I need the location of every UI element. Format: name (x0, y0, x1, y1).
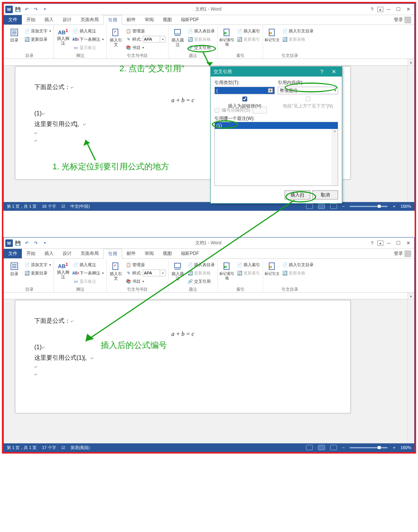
insert-caption-button[interactable]: 插入题注 (170, 260, 185, 281)
spellcheck-icon[interactable]: ☑ (61, 445, 65, 450)
toc-button[interactable]: 目录 (7, 26, 22, 42)
insert-button[interactable]: 插入(I) (285, 190, 310, 199)
insert-index-button[interactable]: 📄插入索引 (236, 261, 261, 268)
zoom-out-button[interactable]: − (342, 445, 345, 450)
insert-toa-button[interactable]: 📄插入引文目录 (281, 27, 315, 35)
view-read-icon[interactable] (306, 204, 313, 209)
zoom-level[interactable]: 160% (401, 204, 411, 209)
ribbon-collapse-icon[interactable]: ▲ (377, 241, 383, 246)
spellcheck-icon[interactable]: ☑ (61, 204, 65, 209)
tab-view[interactable]: 视图 (158, 15, 176, 25)
insert-toa-button[interactable]: 📄插入引文目录 (281, 261, 315, 268)
help-icon[interactable]: ? (367, 239, 377, 247)
insert-caption-button[interactable]: 插入题注 (170, 26, 185, 47)
minimize-button[interactable]: ─ (384, 5, 393, 14)
next-footnote-button[interactable]: AB1下一条脚注▾ (72, 35, 105, 43)
dialog-help-button[interactable]: ? (317, 69, 327, 75)
zoom-slider[interactable] (350, 206, 387, 207)
page-indicator[interactable]: 第 1 页，共 1 页 (7, 204, 37, 209)
close-button[interactable]: ✕ (404, 5, 413, 14)
bibliography-button[interactable]: 📚书目▾ (125, 44, 167, 51)
undo-button[interactable]: ↶ (23, 239, 31, 247)
hyperlink-checkbox[interactable] (242, 97, 247, 101)
mark-entry-button[interactable]: 标记索引项 (219, 260, 234, 281)
qat-customize[interactable]: ▼ (41, 5, 49, 14)
add-text-button[interactable]: 📄添加文字▾ (23, 261, 52, 268)
tab-references[interactable]: 引用 (103, 15, 122, 25)
zoom-in-button[interactable]: + (393, 445, 395, 450)
save-button[interactable]: 💾 (14, 5, 22, 14)
manage-sources-button[interactable]: 📋管理源 (125, 261, 167, 268)
page-indicator[interactable]: 第 1 页，共 1 页 (7, 445, 37, 451)
view-print-icon[interactable] (318, 204, 325, 209)
zoom-out-button[interactable]: − (342, 204, 345, 209)
word-count[interactable]: 16 个字 (42, 204, 56, 209)
maximize-button[interactable]: ☐ (394, 5, 403, 14)
view-print-icon[interactable] (318, 445, 325, 450)
insert-tof-button[interactable]: 📄插入表目录 (187, 27, 216, 35)
tab-file[interactable]: 文件 (4, 249, 22, 258)
insert-footnote-button[interactable]: AB1 插入脚注 (55, 26, 70, 45)
save-button[interactable]: 💾 (14, 239, 22, 247)
view-read-icon[interactable] (306, 445, 313, 450)
insert-tof-button[interactable]: 📄插入表目录 (187, 261, 216, 268)
redo-button[interactable]: ↷ (32, 5, 40, 14)
ribbon-collapse-icon[interactable]: ▲ (377, 7, 383, 12)
insert-endnote-button[interactable]: 📄插入尾注 (72, 261, 105, 268)
document-page[interactable]: 下面是公式：↵ a + b = c (1)↵ 这里要引用公式(1)。↵ ↵ ↵ (15, 300, 351, 413)
tab-file[interactable]: 文件 (4, 15, 22, 25)
inserted-cross-reference[interactable]: (1) (77, 354, 84, 361)
minimize-button[interactable]: ─ (384, 239, 393, 247)
tab-home[interactable]: 开始 (22, 249, 40, 258)
undo-button[interactable]: ↶ (23, 5, 31, 14)
mark-entry-button[interactable]: 标记索引项 (219, 26, 234, 47)
show-notes-button[interactable]: ▭显示备注 (72, 277, 105, 285)
ruler[interactable] (4, 293, 414, 299)
next-footnote-button[interactable]: AB1下一条脚注▾ (72, 269, 105, 277)
redo-button[interactable]: ↷ (32, 239, 40, 247)
insert-index-button[interactable]: 📄插入索引 (236, 27, 261, 35)
dialog-titlebar[interactable]: 交叉引用 ? ✕ (211, 67, 342, 77)
tab-design[interactable]: 设计 (58, 15, 76, 25)
zoom-slider[interactable] (350, 447, 387, 448)
ref-type-select[interactable]: (▾ (214, 87, 275, 94)
update-tof-button[interactable]: 🔄更新表格 (187, 35, 216, 43)
tab-mailings[interactable]: 邮件 (122, 15, 140, 25)
caption-list[interactable]: (1) ▴ (214, 122, 338, 186)
citation-style[interactable]: ✎样式: ▾ (125, 269, 167, 277)
update-toa-button[interactable]: 🔄更新表格 (281, 35, 315, 43)
mark-citation-button[interactable]: 标记引文 (265, 26, 280, 42)
maximize-button[interactable]: ☐ (394, 239, 403, 247)
cross-reference-button[interactable]: 🔗交叉引用 (187, 44, 216, 51)
tab-layout[interactable]: 页面布局 (76, 15, 103, 25)
list-scrollbar[interactable]: ▴ (332, 129, 338, 186)
tab-foxitpdf[interactable]: 福昕PDF (176, 249, 204, 258)
style-combo-input[interactable] (143, 270, 160, 276)
vertical-scrollbar[interactable]: ▴ (407, 293, 414, 443)
ruler[interactable] (4, 59, 414, 66)
tab-review[interactable]: 审阅 (140, 249, 158, 258)
help-icon[interactable]: ? (367, 5, 377, 14)
language-indicator[interactable]: 中文(中国) (70, 204, 90, 209)
style-combo-dropdown[interactable]: ▾ (160, 270, 165, 276)
tab-layout[interactable]: 页面布局 (76, 249, 103, 258)
citation-style[interactable]: ✎样式: ▾ (125, 35, 167, 43)
zoom-level[interactable]: 160% (401, 445, 411, 450)
update-toa-button[interactable]: 🔄更新表格 (281, 269, 315, 277)
update-index-button[interactable]: 🔄更新索引 (236, 269, 261, 277)
language-indicator[interactable]: 英语(美国) (70, 445, 90, 451)
tab-insert[interactable]: 插入 (40, 15, 58, 25)
style-combo-input[interactable] (143, 36, 160, 43)
update-toc-button[interactable]: 🔄更新目录 (23, 35, 52, 43)
dialog-close-button[interactable]: ✕ (329, 69, 339, 75)
tab-review[interactable]: 审阅 (140, 15, 158, 25)
manage-sources-button[interactable]: 📋管理源 (125, 27, 167, 35)
sign-in[interactable]: 登录 (391, 15, 414, 25)
tab-foxitpdf[interactable]: 福昕PDF (176, 15, 204, 25)
insert-endnote-button[interactable]: 📄插入尾注 (72, 27, 105, 35)
caption-list-item[interactable]: (1) (215, 122, 338, 129)
word-count[interactable]: 17 个字 (42, 445, 56, 451)
toc-button[interactable]: 目录 (7, 260, 22, 276)
update-index-button[interactable]: 🔄更新索引 (236, 35, 261, 43)
tab-design[interactable]: 设计 (58, 249, 76, 258)
